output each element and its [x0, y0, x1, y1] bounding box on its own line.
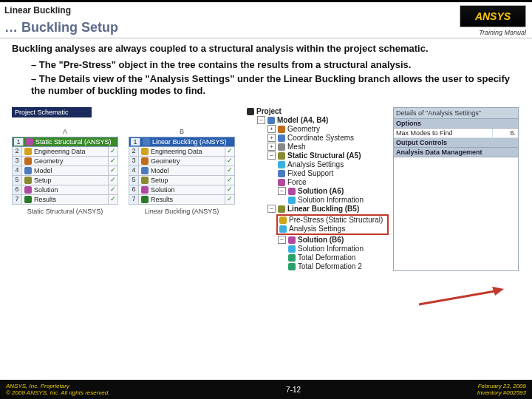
tree-node[interactable]: Pre-Stress (Static Structural) [279, 216, 386, 225]
training-manual-label: Training Manual [460, 29, 526, 36]
system-header[interactable]: 1 Static Structural (ANSYS) [12, 137, 118, 147]
slide-title: … Buckling Setup [4, 20, 118, 35]
details-row[interactable]: Max Modes to Find 6. [394, 129, 518, 138]
outline-tree: Project −Model (A4, B4) +Geometry +Coord… [247, 107, 389, 271]
slide-footer: ANSYS, Inc. Proprietary © 2009 ANSYS, In… [0, 380, 532, 399]
tree-node[interactable]: Force [278, 178, 389, 187]
tree-node[interactable]: +Coordinate Systems [267, 134, 389, 143]
tree-node[interactable]: Solution Information [288, 245, 389, 253]
schematic-title: Project Schematic [12, 107, 92, 117]
footer-date: February 23, 2009 [477, 383, 526, 389]
system-cell[interactable]: 6Solution✓ [12, 185, 118, 195]
tree-node[interactable]: Total Deformation 2 [288, 262, 389, 271]
details-panel: Details of "Analysis Settings" Options M… [393, 107, 519, 271]
column-letter: A [12, 128, 118, 135]
bullet-item: The "Pre-Stress" object in the tree cont… [31, 59, 522, 71]
intro-text: Buckling analyses are always coupled to … [12, 43, 522, 55]
system-cell[interactable]: 2Engineering Data✓ [12, 147, 118, 157]
tree-node[interactable]: Analysis Settings [278, 160, 389, 169]
system-footer: Linear Buckling (ANSYS) [129, 208, 235, 215]
tree-node[interactable]: −Model (A4, B4) [257, 116, 389, 125]
system-cell[interactable]: 7Results✓ [129, 195, 235, 205]
tree-node[interactable]: Project [247, 107, 389, 116]
tree-node[interactable]: +Mesh [267, 143, 389, 151]
tree-node[interactable]: Total Deformation [288, 253, 389, 262]
svg-line-0 [419, 291, 495, 304]
chapter-title: Linear Buckling [4, 5, 118, 16]
svg-marker-1 [492, 287, 504, 296]
tree-node[interactable]: Analysis Settings [279, 225, 386, 233]
system-cell[interactable]: 5Setup✓ [12, 176, 118, 185]
system-b: B 1 Linear Buckling (ANSYS) 2Engineering… [129, 128, 235, 215]
project-schematic-panel: Project Schematic A 1 Static Structural … [12, 107, 242, 271]
system-footer: Static Structural (ANSYS) [12, 208, 118, 215]
tree-node[interactable]: +Geometry [267, 125, 389, 134]
system-cell[interactable]: 7Results✓ [12, 195, 118, 205]
details-group[interactable]: Options [394, 119, 518, 129]
tree-node[interactable]: Fixed Support [278, 169, 389, 178]
system-header[interactable]: 1 Linear Buckling (ANSYS) [129, 137, 235, 147]
tree-node[interactable]: −Solution (A6) [278, 187, 389, 196]
system-cell[interactable]: 5Setup✓ [129, 176, 235, 185]
tree-node[interactable]: Solution Information [288, 196, 389, 205]
system-cell[interactable]: 6Solution✓ [129, 185, 235, 195]
column-letter: B [129, 128, 235, 135]
details-title: Details of "Analysis Settings" [394, 108, 518, 119]
callout-arrow-icon [415, 287, 504, 307]
tree-node[interactable]: −Linear Buckling (B5) [267, 205, 389, 214]
footer-copyright: © 2009 ANSYS, Inc. All rights reserved. [6, 389, 109, 396]
system-cell[interactable]: 3Geometry✓ [129, 157, 235, 166]
system-a: A 1 Static Structural (ANSYS) 2Engineeri… [12, 128, 118, 215]
footer-proprietary: ANSYS, Inc. Proprietary [6, 383, 109, 389]
system-cell[interactable]: 4Model✓ [129, 166, 235, 176]
tree-node[interactable]: −Solution (B6) [278, 236, 389, 245]
tree-node[interactable]: −Static Structural (A5) [267, 151, 389, 160]
bullet-item: The Details view of the "Analysis Settin… [31, 73, 522, 98]
highlighted-nodes: Pre-Stress (Static Structural) Analysis … [276, 214, 389, 235]
system-cell[interactable]: 2Engineering Data✓ [129, 147, 235, 157]
footer-inventory: Inventory #002593 [477, 389, 526, 396]
details-group[interactable]: Output Controls [394, 138, 518, 148]
system-cell[interactable]: 3Geometry✓ [12, 157, 118, 166]
page-number: 7-12 [286, 386, 301, 394]
details-group[interactable]: Analysis Data Management [394, 148, 518, 157]
system-cell[interactable]: 4Model✓ [12, 166, 118, 176]
ansys-logo: ANSYS [460, 5, 526, 27]
